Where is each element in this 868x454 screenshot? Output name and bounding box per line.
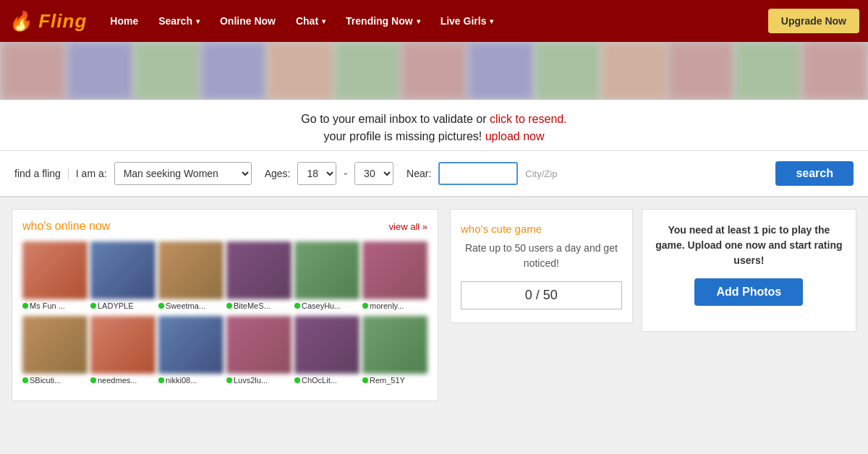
iam-label: I am a:	[76, 168, 107, 179]
nav-trending-now[interactable]: Trending Now ▾	[336, 0, 430, 42]
user-1-label: Ms Fun ...	[22, 301, 88, 310]
online-dot-8	[90, 377, 96, 383]
find-fling-label: find a fling	[14, 168, 69, 179]
user-9-photo	[158, 316, 224, 374]
strip-photo-10	[602, 42, 667, 100]
user-5-photo	[294, 241, 359, 299]
online-user-1[interactable]: Ms Fun ...	[22, 241, 88, 310]
age-dash: -	[344, 168, 347, 179]
cute-game-box: who's cute game Rate up to 50 users a da…	[450, 209, 633, 323]
online-user-8[interactable]: needmes...	[90, 316, 156, 385]
nav-links: Home Search ▾ Online Now Chat ▾ Trending…	[100, 0, 767, 42]
city-zip-label: City/Zip	[525, 168, 557, 179]
email-notification: Go to your email inbox to validate or cl…	[14, 113, 854, 126]
online-user-11[interactable]: ChOcLit...	[294, 316, 359, 385]
user-2-label: LADYPLE	[90, 301, 156, 310]
resend-link[interactable]: click to resend.	[490, 113, 567, 125]
user-9-label: nikki08...	[158, 376, 224, 385]
online-dot-7	[22, 377, 28, 383]
user-11-label: ChOcLit...	[294, 376, 359, 385]
age-max-select[interactable]: 20253035404550	[354, 162, 393, 185]
nav-online-now[interactable]: Online Now	[210, 0, 286, 42]
strip-photo-6	[335, 42, 400, 100]
cute-game-description: Rate up to 50 users a day and get notice…	[461, 241, 622, 271]
online-user-9[interactable]: nikki08...	[158, 316, 224, 385]
strip-photo-12	[735, 42, 800, 100]
nav-chat[interactable]: Chat ▾	[286, 0, 336, 42]
strip-photo-3	[135, 42, 200, 100]
user-4-photo	[226, 241, 292, 299]
view-all-link[interactable]: view all »	[389, 221, 427, 232]
picture-notification: your profile is missing pictures! upload…	[14, 130, 854, 143]
strip-photo-4	[201, 42, 266, 100]
strip-photo-8	[468, 42, 533, 100]
upload-now-link[interactable]: upload now	[485, 130, 545, 142]
strip-photo-1	[1, 42, 66, 100]
user-7-label: SBicuti...	[22, 376, 88, 385]
notification-area: Go to your email inbox to validate or cl…	[0, 100, 868, 151]
gender-select[interactable]: Man seeking Women Woman seeking Men Man …	[114, 162, 252, 185]
search-button[interactable]: search	[775, 161, 854, 186]
online-row-1: Ms Fun ... LADYPLE Sweetma... BiteMeS...…	[22, 241, 427, 310]
online-dot-2	[90, 303, 96, 309]
user-7-photo	[22, 316, 88, 374]
user-11-photo	[294, 316, 359, 374]
cute-game-title: who's cute game	[461, 223, 622, 235]
navbar: 🔥 Fling Home Search ▾ Online Now Chat ▾ …	[0, 0, 868, 42]
online-header: who's online now view all »	[22, 220, 427, 233]
online-user-5[interactable]: CaseyHu...	[294, 241, 359, 310]
add-photos-button[interactable]: Add Photos	[694, 278, 803, 306]
user-10-label: Luvs2lu...	[226, 376, 292, 385]
upgrade-button[interactable]: Upgrade Now	[768, 9, 859, 33]
online-user-2[interactable]: LADYPLE	[90, 241, 156, 310]
near-label: Near:	[407, 168, 431, 179]
ages-label: Ages:	[265, 168, 291, 179]
user-1-photo	[22, 241, 88, 299]
online-user-10[interactable]: Luvs2lu...	[226, 316, 292, 385]
user-3-label: Sweetma...	[158, 301, 224, 310]
trending-dropdown-icon: ▾	[417, 17, 420, 25]
logo[interactable]: 🔥 Fling	[9, 10, 87, 33]
main-content: who's online now view all » Ms Fun ... L…	[0, 197, 868, 413]
user-12-label: Rem_51Y	[362, 376, 427, 385]
user-8-photo	[90, 316, 156, 374]
user-6-photo	[362, 241, 427, 299]
nav-search[interactable]: Search ▾	[148, 0, 210, 42]
online-dot-12	[362, 377, 368, 383]
right-panel: who's cute game Rate up to 50 users a da…	[450, 209, 856, 401]
age-min-select[interactable]: 181920212530	[297, 162, 336, 185]
strip-photo-13	[802, 42, 867, 100]
strip-photo-5	[268, 42, 333, 100]
online-dot-9	[158, 377, 164, 383]
user-10-photo	[226, 316, 292, 374]
online-dot-3	[158, 303, 164, 309]
photo-strip	[0, 42, 868, 100]
online-title: who's online now	[22, 220, 110, 233]
online-user-4[interactable]: BiteMeS...	[226, 241, 292, 310]
online-user-3[interactable]: Sweetma...	[158, 241, 224, 310]
online-dot-11	[294, 377, 300, 383]
nav-home[interactable]: Home	[100, 0, 148, 42]
search-bar: find a fling I am a: Man seeking Women W…	[0, 151, 868, 197]
strip-photo-9	[535, 42, 600, 100]
online-dot-6	[362, 303, 368, 309]
online-dot-4	[226, 303, 232, 309]
user-12-photo	[362, 316, 427, 374]
add-photos-text: You need at least 1 pic to play the game…	[652, 223, 846, 268]
live-girls-dropdown-icon: ▾	[490, 17, 493, 25]
online-dot-10	[226, 377, 232, 383]
online-user-12[interactable]: Rem_51Y	[362, 316, 427, 385]
search-dropdown-icon: ▾	[196, 17, 200, 25]
online-user-7[interactable]: SBicuti...	[22, 316, 88, 385]
strip-photo-2	[67, 42, 132, 100]
chat-dropdown-icon: ▾	[322, 17, 326, 25]
nav-live-girls[interactable]: Live Girls ▾	[430, 0, 504, 42]
location-input[interactable]	[438, 162, 518, 185]
strip-photo-7	[401, 42, 467, 100]
add-photos-box: You need at least 1 pic to play the game…	[642, 209, 856, 332]
user-5-label: CaseyHu...	[294, 301, 359, 310]
online-dot-1	[22, 303, 28, 309]
online-user-6[interactable]: morenlу...	[362, 241, 427, 310]
strip-photo-11	[668, 42, 733, 100]
user-8-label: needmes...	[90, 376, 156, 385]
